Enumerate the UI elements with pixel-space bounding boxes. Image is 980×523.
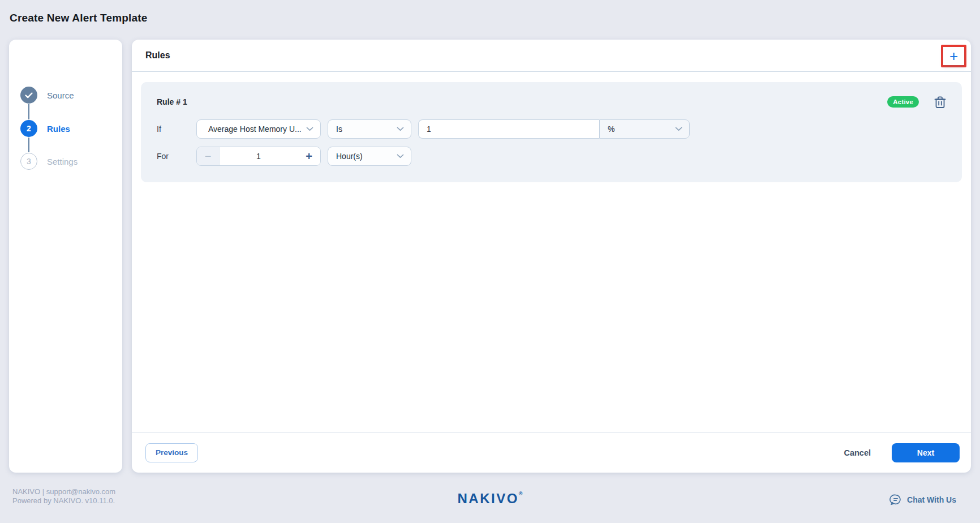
threshold-input-group: %: [418, 119, 690, 139]
annotation-highlight-box: +: [941, 45, 966, 67]
operator-select-value: Is: [336, 125, 342, 134]
chevron-down-icon: [397, 127, 404, 131]
step-completed-circle: [20, 87, 37, 104]
rule-card-header: Rule # 1 Active: [157, 96, 946, 108]
page-title: Create New Alert Template: [10, 12, 148, 24]
rule-actions: Active: [887, 96, 946, 109]
cancel-button[interactable]: Cancel: [840, 448, 874, 458]
rules-panel-header: Rules +: [132, 40, 971, 72]
next-button[interactable]: Next: [892, 443, 960, 462]
duration-unit-select[interactable]: Hour(s): [328, 147, 411, 166]
check-icon: [25, 92, 33, 98]
unit-select[interactable]: %: [599, 119, 690, 139]
chat-bubble-icon: [889, 494, 902, 506]
rule-duration-row: For − + Hour(s): [157, 147, 946, 166]
stepper-item-source[interactable]: Source: [20, 87, 74, 104]
metric-select[interactable]: Average Host Memory U...: [196, 119, 321, 139]
add-rule-button[interactable]: +: [943, 47, 964, 65]
step-number-circle: 2: [20, 120, 37, 137]
rules-panel: Rules + Rule # 1 Active: [132, 40, 971, 473]
duration-stepper: − +: [196, 147, 321, 166]
threshold-value-input[interactable]: [418, 119, 599, 139]
registered-mark: ®: [519, 491, 523, 496]
duration-unit-value: Hour(s): [336, 152, 363, 161]
increment-button[interactable]: +: [298, 147, 320, 165]
rule-title: Rule # 1: [157, 97, 187, 106]
status-badge: Active: [887, 96, 919, 108]
rule-condition-row: If Average Host Memory U... Is: [157, 119, 946, 139]
chevron-down-icon: [675, 127, 682, 131]
step-number: 2: [27, 124, 31, 133]
step-label: Settings: [47, 157, 78, 166]
duration-controls: − + Hour(s): [196, 147, 411, 166]
stepper-item-settings[interactable]: 3 Settings: [20, 153, 78, 170]
delete-rule-button[interactable]: [934, 96, 946, 109]
metric-select-value: Average Host Memory U...: [208, 125, 302, 134]
step-label: Rules: [47, 124, 70, 134]
for-label: For: [157, 152, 196, 161]
chevron-down-icon: [306, 127, 313, 131]
condition-controls: Average Host Memory U... Is %: [196, 119, 690, 139]
chat-with-us-button[interactable]: Chat With Us: [889, 494, 956, 506]
wizard-footer: Previous Cancel Next: [132, 432, 971, 473]
chat-label: Chat With Us: [907, 495, 956, 504]
nakivo-logo: NAKIVO®: [0, 491, 980, 507]
stepper-item-rules[interactable]: 2 Rules: [20, 120, 70, 137]
previous-button[interactable]: Previous: [145, 443, 198, 462]
wizard-stepper-sidebar: Source 2 Rules 3 Settings: [9, 40, 122, 473]
step-number-circle: 3: [20, 153, 37, 170]
stepper-connector: [28, 138, 29, 152]
stepper-connector: [28, 104, 29, 119]
chevron-down-icon: [397, 154, 404, 158]
duration-value-input[interactable]: [220, 147, 298, 165]
trash-icon: [934, 96, 946, 109]
decrement-button[interactable]: −: [197, 147, 220, 165]
brand-text: NAKIVO: [458, 491, 519, 506]
step-label: Source: [47, 91, 74, 100]
panel-title: Rules: [145, 50, 170, 61]
step-number: 3: [27, 157, 31, 166]
unit-select-value: %: [608, 125, 614, 134]
if-label: If: [157, 125, 196, 134]
operator-select[interactable]: Is: [328, 119, 411, 139]
rule-card: Rule # 1 Active If: [141, 82, 962, 182]
